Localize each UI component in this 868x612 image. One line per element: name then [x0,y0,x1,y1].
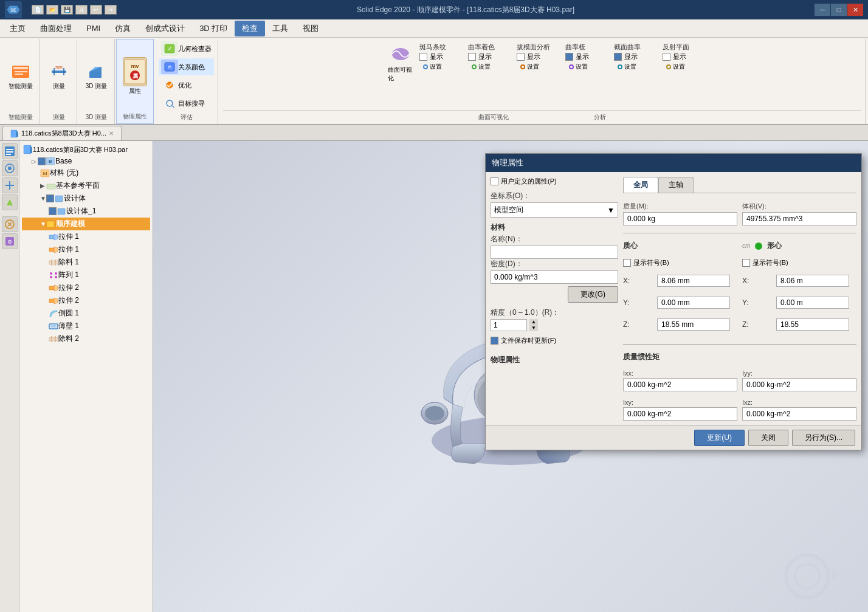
tree-root[interactable]: 118.catics第8届3D大赛 H03.par [22,143,150,156]
body1-check[interactable] [49,207,57,215]
x-row: X: 8.06 mm X: 8.06 m [623,275,856,289]
advanced-btn[interactable]: 另行为(S)... [792,430,855,446]
base-check[interactable] [38,157,46,165]
expand-body[interactable]: ▼ [40,195,46,202]
window-controls[interactable]: ─ □ ✕ [815,4,863,16]
tab-global[interactable]: 全局 [623,177,658,193]
menu-generative[interactable]: 创成式设计 [138,21,192,36]
precision-down-btn[interactable]: ▼ [529,325,538,331]
file-save-cb[interactable] [491,337,498,345]
menu-view[interactable]: 视图 [295,21,326,36]
reflection-settings-btn[interactable]: 设置 [663,62,699,72]
save-btn[interactable]: 💾 [61,5,73,15]
tree-designbody[interactable]: ▼ 设计体 [22,192,150,205]
section-curv-settings-btn[interactable]: 设置 [614,62,650,72]
com-y-row: Y: 0.00 mm [623,297,737,309]
zebra-settings-btn[interactable]: 设置 [419,62,456,72]
menu-home[interactable]: 主页 [2,21,33,36]
draft-show-cb[interactable] [517,53,525,61]
extrude2a-icon [49,284,58,292]
com-z-row: Z: 18.55 mm [623,318,737,331]
relation-color-btn[interactable]: 色 关系颜色 [159,58,214,75]
smart-measure-btn[interactable]: 智能测量 [6,60,35,92]
undo-btn[interactable]: ↩ [90,5,102,15]
zebra-settings-label: 设置 [430,63,442,71]
zebra-show-cb[interactable] [419,53,427,61]
precision-input[interactable] [491,319,527,331]
tree-refplanes[interactable]: ▶ 基本参考平面 [22,179,150,192]
reflection-show-cb[interactable] [663,53,670,61]
sidebar-icon-1[interactable] [2,143,18,159]
user-defined-cb[interactable] [491,177,498,185]
menu-tools[interactable]: 工具 [265,21,295,36]
expand-base[interactable]: ▷ [32,158,38,165]
tab-principal[interactable]: 主轴 [658,177,694,193]
tree-pattern1[interactable]: 阵列 1 [22,269,150,281]
coord-sys-select[interactable]: 模型空间 ▼ [491,202,618,218]
tree-cutout1[interactable]: 除料 1 [22,256,150,269]
material-name-input[interactable] [491,246,618,259]
menu-simulation[interactable]: 仿真 [108,21,138,36]
tree-base[interactable]: ▷ B Base [22,156,150,167]
tree-sequential[interactable]: ▼ 顺序建模 [22,218,150,230]
tree-cutout2[interactable]: 除料 2 [22,332,150,345]
geo-check-btn[interactable]: ✓ 几何检查器 [159,40,214,57]
tab-close-btn[interactable]: ✕ [109,130,114,137]
tree-designbody1[interactable]: 设计体_1 [22,205,150,218]
sidebar-icon-2[interactable] [2,160,18,176]
section-curv-show-cb[interactable] [614,53,622,61]
curvature-comb-show-cb[interactable] [565,53,573,61]
measure-btn[interactable]: mm 测量 [46,60,72,92]
density-input[interactable] [491,270,618,284]
redo-btn[interactable]: ↪ [105,5,117,15]
surface-vis-btn[interactable]: 曲面可视化 [385,43,416,84]
menu-inspect[interactable]: 检查 [235,21,265,36]
print-btn[interactable]: 🖨 [75,5,88,15]
iyy-label: Iyy: [742,370,856,377]
cm-label: cm [742,242,750,249]
change-btn[interactable]: 更改(G) [568,286,618,303]
close-dialog-btn[interactable]: 关闭 [748,430,788,446]
tree-fillet1[interactable]: 倒圆 1 [22,307,150,320]
optimize-btn[interactable]: 优化 [159,77,214,94]
tree-extrude1b[interactable]: 拉伸 1 [22,243,150,256]
svg-text:⚙: ⚙ [7,239,12,245]
expand-seq[interactable]: ▼ [40,221,46,227]
title-bar: SE 📄 📂 💾 🖨 ↩ ↪ Solid Edge 2020 - 顺序建模零件 … [0,0,868,19]
com-show-symbol-cb[interactable] [623,259,631,267]
precision-group: 精度（0 – 1.0）(R)： ▲ ▼ [491,308,618,331]
sidebar-icon-3[interactable] [2,177,18,193]
menu-3dprint[interactable]: 3D 打印 [192,21,235,36]
phys-prop-btn[interactable]: mv 属 属性 [120,55,150,97]
curvature-show-cb[interactable] [468,53,476,61]
precision-up-btn[interactable]: ▲ [529,319,538,325]
minimize-btn[interactable]: ─ [815,4,830,16]
close-btn[interactable]: ✕ [847,4,863,16]
tree-material[interactable]: M 材料 (无) [22,167,150,179]
body-check[interactable] [46,194,54,202]
curvature-comb-settings-btn[interactable]: 设置 [565,62,602,72]
menu-pmi[interactable]: PMI [79,21,108,35]
update-btn[interactable]: 更新(U) [694,430,745,446]
tree-extrude2b[interactable]: 拉伸 2 [22,294,150,307]
tree-thinwall1[interactable]: 薄壁 1 [22,320,150,332]
open-btn[interactable]: 📂 [46,5,58,15]
sidebar-icon-5[interactable] [2,216,18,232]
menu-surface[interactable]: 曲面处理 [33,21,79,36]
target-search-btn[interactable]: 目标搜寻 [159,95,214,112]
sidebar-icon-6[interactable]: ⚙ [2,233,18,249]
maximize-btn[interactable]: □ [831,4,847,16]
tree-extrude2a[interactable]: 拉伸 2 [22,281,150,294]
title-bar-controls[interactable]: 📄 📂 💾 🖨 ↩ ↪ [32,5,117,15]
new-btn[interactable]: 📄 [32,5,44,15]
expand-ref[interactable]: ▶ [40,182,46,189]
svg-point-96 [795,564,819,588]
form-show-symbol-cb[interactable] [742,259,750,267]
3d-measure-btn[interactable]: 3D 测量 [83,60,110,92]
curvature-settings-btn[interactable]: 设置 [468,62,505,72]
tree-extrude1a[interactable]: 拉伸 1 [22,230,150,243]
draft-settings-btn[interactable]: 设置 [517,62,553,72]
form-z-row: Z: 18.55 [742,318,856,331]
sidebar-icon-4[interactable] [2,194,18,210]
document-tab[interactable]: 118.catics第8届3D大赛 H0... ✕ [2,126,122,140]
